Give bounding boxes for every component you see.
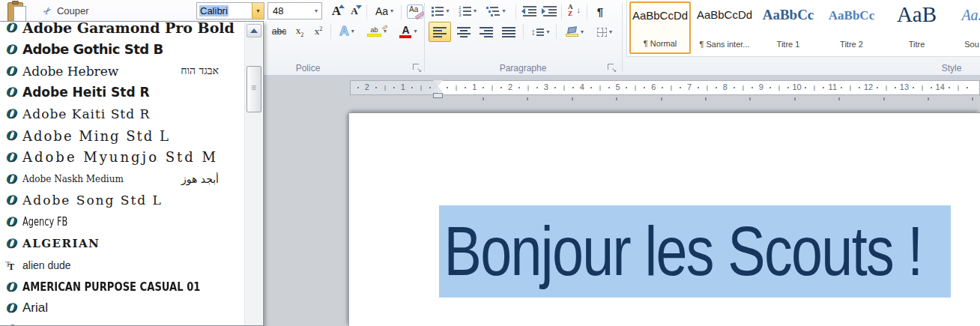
show-formatting-marks-button[interactable]: ¶: [590, 2, 610, 20]
opentype-icon: [5, 22, 18, 34]
ruler-tick: [698, 87, 699, 88]
scroll-up-button[interactable]: [246, 24, 261, 37]
subscript-button[interactable]: x2: [291, 22, 309, 40]
font-name-combo[interactable]: Calibri ▾: [196, 2, 264, 19]
document-page[interactable]: Bonjour les Scouts !: [348, 112, 980, 326]
superscript-button[interactable]: x2: [309, 22, 327, 40]
font-list-item[interactable]: Adobe Heiti Std R: [0, 82, 243, 103]
numbered-list-icon: 1 2 3: [459, 5, 471, 17]
highlight-color-bar: [367, 34, 381, 37]
font-list-item[interactable]: AMERICAN PURPOSE CASUAL 01: [0, 277, 243, 298]
style-label: Sou: [950, 40, 980, 49]
shrink-font-button[interactable]: A: [346, 2, 363, 20]
strikethrough-button[interactable]: abc: [268, 22, 290, 40]
font-name: Arial: [22, 301, 48, 316]
style-item-titre[interactable]: AaBTitre: [892, 1, 942, 54]
font-list-item[interactable]: Adobe Naskh Mediumأبجد هوز: [0, 169, 243, 190]
left-indent-marker[interactable]: [433, 93, 443, 98]
font-dialog-launcher[interactable]: [412, 63, 421, 72]
shading-button[interactable]: ▾: [560, 22, 590, 42]
ruler-tick: [877, 87, 878, 88]
text-effects-icon: A: [339, 24, 348, 39]
font-name: alien dude: [22, 259, 71, 271]
font-list-item[interactable]: Adobe Song Std L: [0, 190, 243, 211]
multilevel-list-button[interactable]: ▾: [483, 2, 509, 20]
font-list-item[interactable]: ALGERIAN: [0, 233, 243, 254]
numbered-list-button[interactable]: 1 2 3 ▾: [455, 2, 480, 20]
style-item-sans[interactable]: AaBbCcDd¶ Sans inter...: [693, 1, 756, 54]
paragraph-dialog-launcher[interactable]: [607, 63, 616, 72]
tab-stop-tick: [572, 97, 573, 100]
ruler-number: 5: [615, 82, 620, 91]
font-list-item[interactable]: Arial: [0, 298, 243, 319]
paste-button[interactable]: [4, 1, 30, 23]
bullets-button[interactable]: ▾: [429, 2, 453, 20]
justify-button[interactable]: [497, 22, 520, 42]
style-label: Titre: [892, 40, 941, 49]
align-center-button[interactable]: [453, 22, 475, 42]
font-name-dropdown-button[interactable]: ▾: [252, 3, 264, 19]
font-list-item[interactable]: alien dude: [0, 255, 243, 276]
font-name: ALGERIAN: [22, 237, 100, 250]
chevron-down-icon: ▾: [609, 29, 612, 35]
dropdown-scrollbar[interactable]: [244, 22, 262, 326]
style-label: Titre 2: [825, 40, 878, 49]
ruler-tick: [626, 87, 627, 88]
clear-formatting-icon: Aa: [407, 4, 423, 19]
font-list-item[interactable]: [0, 319, 243, 326]
ruler-number: 1: [401, 82, 405, 91]
font-script-sample: أبجد هوز: [181, 173, 219, 185]
tab-stop-tick: [705, 97, 707, 100]
ruler-tick: [895, 87, 896, 88]
font-list-item[interactable]: Adobe Gothic Std B: [0, 39, 243, 60]
sort-button[interactable]: A Z ↓: [565, 2, 584, 20]
grow-font-button[interactable]: A: [327, 2, 345, 20]
align-left-button[interactable]: [429, 22, 451, 42]
style-item-normal[interactable]: AaBbCcDd¶ Normal: [629, 1, 691, 54]
scrollbar-thumb[interactable]: [246, 66, 261, 112]
font-list-item[interactable]: Adobe Hebrewאבגד הוח: [0, 61, 243, 82]
opentype-icon: [5, 108, 18, 120]
style-item-sous[interactable]: Aa.Sou: [949, 1, 980, 54]
style-sample: AaBbCcDd: [631, 9, 689, 22]
ruler-number: 7: [687, 82, 692, 91]
font-size-combo[interactable]: 48 ▾: [267, 2, 322, 19]
ruler-tick: [958, 85, 958, 91]
font-list-item[interactable]: Adobe Kaiti Std R: [0, 103, 243, 124]
ruler-tick: [411, 87, 413, 88]
ruler-tick: [716, 87, 717, 88]
font-color-button[interactable]: A ▾: [394, 22, 423, 40]
paint-bucket-icon: [566, 27, 578, 37]
horizontal-ruler[interactable]: 123456789101112131421: [350, 80, 980, 95]
font-name: Agency FB: [22, 215, 67, 229]
clear-formatting-button[interactable]: Aa: [405, 2, 426, 20]
style-item-t1[interactable]: AaBbCcTitre 1: [760, 1, 817, 54]
paragraph-group-label: Paragraphe: [424, 63, 622, 73]
opentype-icon: [5, 151, 18, 163]
font-name: Adobe Song Std L: [22, 193, 163, 208]
style-sample: Aa.: [950, 7, 980, 24]
borders-button[interactable]: ▾: [592, 22, 617, 42]
font-list-item[interactable]: Adobe Myungjo Std M: [0, 147, 243, 168]
ruler-number: 14: [936, 82, 945, 91]
font-name: Adobe Ming Std L: [22, 128, 170, 144]
ruler-tick: [734, 87, 735, 88]
ruler-number: 1: [472, 82, 477, 91]
align-right-button[interactable]: [475, 22, 497, 42]
change-case-button[interactable]: Aa ▾: [370, 2, 399, 20]
cut-button[interactable]: ✂ Couper: [43, 3, 89, 18]
line-spacing-button[interactable]: ↕ ▾: [527, 22, 554, 42]
increase-indent-button[interactable]: [539, 2, 559, 20]
font-list-item[interactable]: Adobe Ming Std L: [0, 125, 243, 146]
style-item-t2[interactable]: AaBbCcTitre 2: [824, 1, 879, 54]
font-list-item[interactable]: Agency FB: [0, 211, 243, 232]
document-text[interactable]: Bonjour les Scouts !: [439, 212, 922, 291]
text-effects-button[interactable]: A ▾: [334, 22, 360, 40]
text-highlight-color-button[interactable]: ab ✎ ▾: [362, 22, 392, 40]
style-label: ¶ Normal: [631, 39, 689, 48]
decrease-indent-button[interactable]: [519, 2, 539, 20]
ruler-tick: [805, 87, 806, 88]
font-color-bar: [399, 35, 411, 38]
chevron-down-icon: ▾: [390, 8, 393, 14]
font-list-item[interactable]: Adobe Garamond Pro Bold: [0, 21, 243, 38]
